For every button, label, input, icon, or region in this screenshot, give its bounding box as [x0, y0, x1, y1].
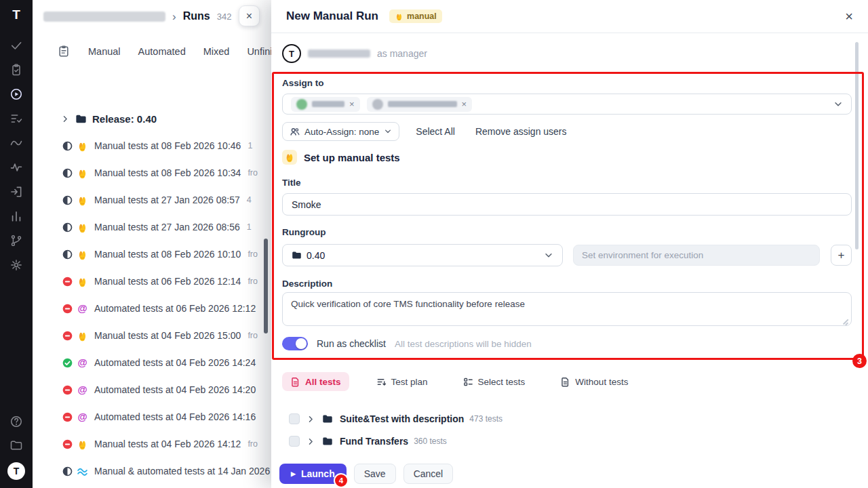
status-failed-icon	[62, 385, 73, 395]
tab-without-tests[interactable]: Without tests	[552, 372, 636, 391]
user-avatar[interactable]: T	[7, 462, 25, 480]
auto-assign-label: Auto-Assign: none	[304, 127, 379, 137]
tab-all-tests[interactable]: All tests	[282, 372, 349, 391]
suite-tree-row[interactable]: Fund Transfers 360 tests	[289, 432, 447, 450]
description-textarea[interactable]	[282, 292, 852, 326]
runs-play-icon[interactable]	[9, 87, 23, 101]
tab-mixed[interactable]: Mixed	[203, 46, 230, 57]
assign-to-label: Assign to	[282, 78, 324, 88]
manual-run-icon	[77, 439, 88, 450]
suite-checkbox[interactable]	[289, 436, 300, 447]
page-scrollbar-thumb[interactable]	[264, 239, 268, 333]
tab-automated[interactable]: Automated	[138, 46, 186, 57]
manual-run-icon	[77, 140, 88, 152]
chevron-down-icon[interactable]	[833, 100, 843, 109]
run-title: Manual & automated tests at 14 Jan 2026	[94, 466, 270, 476]
suite-checkbox[interactable]	[289, 413, 300, 424]
run-title: Manual tests at 08 Feb 2026 10:46	[94, 140, 241, 151]
wave-trend-icon[interactable]	[9, 136, 23, 150]
manual-type-badge-label: manual	[407, 12, 437, 21]
assignee-chip[interactable]: ×	[291, 97, 360, 112]
remove-assignee-icon[interactable]: ×	[462, 100, 467, 108]
screen: › Runs 342 × Manual Automated Mixed Unfi…	[0, 0, 868, 488]
git-branch-icon[interactable]	[9, 234, 23, 247]
chevron-right-icon[interactable]	[61, 115, 70, 123]
test-plans-icon[interactable]	[9, 112, 23, 125]
folder-icon	[292, 250, 302, 260]
manual-run-icon	[77, 167, 88, 179]
folder-icon	[75, 113, 87, 125]
tasks-check-icon[interactable]	[9, 39, 23, 52]
run-title: Automated tests at 06 Feb 2026 12:12	[94, 303, 256, 314]
tab-label: Without tests	[575, 377, 628, 387]
import-door-icon[interactable]	[9, 185, 23, 199]
assignee-avatar	[372, 99, 383, 110]
select-all-button[interactable]: Select All	[416, 126, 455, 137]
modal-close-button[interactable]: ×	[845, 9, 853, 23]
app-sidebar: T T	[0, 0, 33, 488]
description-label: Description	[282, 279, 332, 289]
checklist-icon	[463, 377, 473, 387]
status-failed-icon	[62, 304, 73, 314]
environment-input[interactable]	[573, 245, 820, 266]
assignee-chip[interactable]: ×	[367, 97, 473, 112]
gear-icon[interactable]	[9, 258, 23, 272]
run-title: Manual tests at 27 Jan 2026 08:56	[94, 222, 240, 232]
checklist-toggle[interactable]	[282, 337, 308, 350]
tab-select-tests[interactable]: Select tests	[455, 372, 534, 391]
assignee-multiselect[interactable]: × ×	[282, 94, 852, 115]
project-name-redacted[interactable]	[43, 12, 165, 22]
remove-assignee-icon[interactable]: ×	[349, 100, 355, 108]
crossed-fingers-icon	[395, 12, 403, 21]
manual-run-icon	[77, 195, 88, 206]
modal-scrollbar-thumb[interactable]	[855, 42, 859, 249]
suite-tree-row[interactable]: Suite&Test with description 473 tests	[289, 410, 502, 428]
runs-board-icon[interactable]	[57, 45, 71, 58]
chevron-right-icon[interactable]	[307, 415, 315, 424]
remove-assign-users-button[interactable]: Remove assign users	[475, 126, 567, 137]
launch-button[interactable]: ▶ Launch	[279, 464, 347, 484]
clipboard-check-icon[interactable]	[9, 63, 23, 77]
breadcrumb-section[interactable]: Runs	[183, 10, 210, 22]
run-title: Manual tests at 04 Feb 2026 15:00	[94, 330, 241, 341]
breadcrumb: › Runs 342	[43, 9, 231, 23]
app-logo[interactable]: T	[12, 8, 20, 21]
run-title: Automated tests at 04 Feb 2026 14:16	[94, 411, 256, 422]
rungroup-select[interactable]: 0.40	[282, 244, 563, 266]
help-circle-icon[interactable]	[9, 415, 23, 428]
document-icon	[560, 377, 570, 387]
release-folder-row[interactable]: Release: 0.40	[61, 110, 157, 127]
suite-name[interactable]: Suite&Test with description	[340, 413, 464, 424]
setup-manual-tests-heading: Set up manual tests	[282, 150, 400, 165]
tab-manual[interactable]: Manual	[88, 46, 121, 57]
toggle-knob	[296, 338, 307, 349]
status-in-progress-icon	[62, 249, 73, 260]
folder-icon	[322, 436, 333, 447]
manual-run-icon	[77, 330, 88, 342]
manager-suffix: as manager	[377, 48, 427, 59]
add-environment-button[interactable]: +	[831, 245, 852, 266]
suite-name[interactable]: Fund Transfers	[340, 436, 408, 447]
activity-pulse-icon[interactable]	[9, 161, 23, 174]
title-input[interactable]	[282, 193, 852, 216]
run-meta: fro	[248, 439, 258, 449]
modal-title: New Manual Run	[286, 9, 378, 23]
status-failed-icon	[62, 277, 73, 287]
floating-close-button[interactable]: ×	[239, 5, 260, 26]
cancel-button[interactable]: Cancel	[403, 464, 454, 484]
run-meta: fro	[248, 331, 258, 340]
chevron-down-icon	[544, 251, 553, 260]
save-button[interactable]: Save	[354, 464, 396, 484]
chevron-right-icon[interactable]	[307, 437, 315, 446]
manager-row: T as manager	[282, 43, 427, 64]
suite-test-count: 360 tests	[414, 436, 447, 446]
tab-label: Select tests	[478, 377, 526, 387]
projects-folder-icon[interactable]	[9, 439, 23, 452]
analytics-bars-icon[interactable]	[9, 209, 23, 223]
auto-assign-dropdown[interactable]: Auto-Assign: none	[282, 122, 399, 141]
run-meta: fro	[248, 168, 258, 178]
folder-label[interactable]: Release: 0.40	[92, 113, 157, 125]
tab-test-plan[interactable]: Test plan	[368, 372, 436, 391]
status-in-progress-icon	[62, 168, 73, 178]
close-icon: ×	[246, 10, 252, 22]
